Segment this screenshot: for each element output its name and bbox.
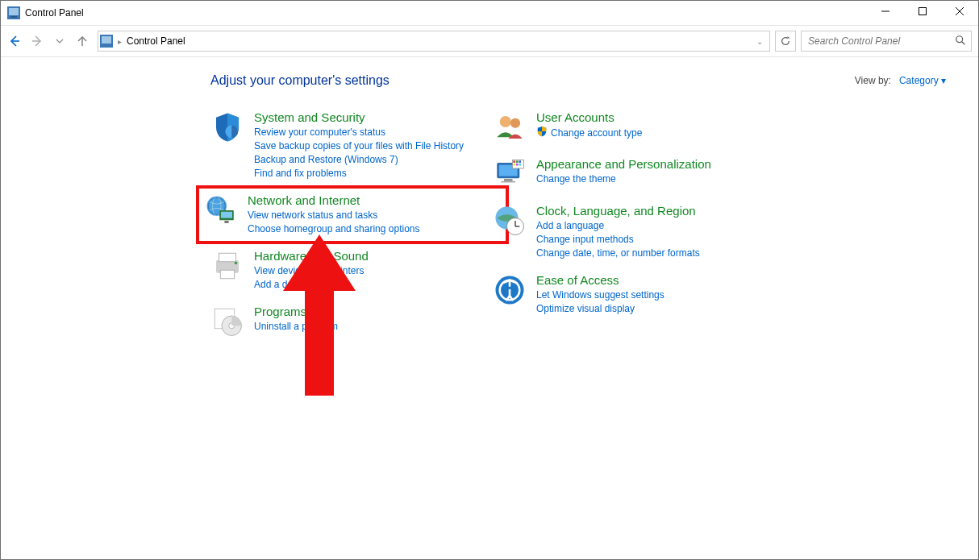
svg-point-28 [510, 118, 520, 128]
search-icon[interactable] [955, 35, 966, 48]
printer-icon [210, 249, 244, 283]
content-body: Adjust your computer's settings View by:… [1, 57, 978, 351]
category-link[interactable]: View network status and tasks [248, 209, 419, 222]
svg-rect-1 [9, 8, 19, 15]
minimize-button[interactable] [867, 0, 904, 23]
column-right: User Accounts Change account type Appear… [493, 110, 783, 351]
category-title[interactable]: System and Security [254, 110, 464, 124]
maximize-button[interactable] [904, 0, 941, 23]
category-title[interactable]: Hardware and Sound [254, 249, 369, 263]
category-title[interactable]: Appearance and Personalization [536, 157, 711, 171]
svg-rect-35 [516, 160, 519, 163]
window-buttons [867, 3, 978, 23]
category-network-highlighted: Network and Internet View network status… [196, 185, 509, 244]
svg-rect-34 [513, 160, 515, 163]
search-input[interactable] [806, 35, 955, 48]
category-hardware-sound: Hardware and Sound View devices and prin… [210, 249, 501, 292]
category-link[interactable]: Change account type [536, 126, 642, 141]
svg-rect-39 [519, 164, 521, 166]
category-link[interactable]: Change date, time, or number formats [536, 247, 700, 260]
svg-rect-32 [502, 181, 516, 183]
address-bar[interactable]: ▸ Control Panel ⌄ [98, 31, 770, 52]
up-button[interactable] [75, 34, 90, 48]
svg-rect-38 [516, 164, 519, 166]
category-link[interactable]: Backup and Restore (Windows 7) [254, 153, 464, 167]
forward-button[interactable] [30, 34, 44, 48]
control-panel-icon [7, 6, 20, 19]
svg-rect-18 [221, 212, 232, 218]
category-title[interactable]: Network and Internet [248, 193, 419, 207]
svg-point-12 [956, 35, 963, 42]
titlebar: Control Panel [1, 1, 978, 26]
category-link[interactable]: Add a device [254, 278, 369, 292]
category-link[interactable]: Find and fix problems [254, 167, 464, 180]
refresh-button[interactable] [775, 31, 796, 52]
category-link[interactable]: Choose homegroup and sharing options [248, 222, 419, 236]
category-columns: System and Security Review your computer… [1, 110, 978, 351]
shield-icon [210, 110, 244, 144]
category-clock-language: Clock, Language, and Region Add a langua… [493, 204, 783, 260]
category-title[interactable]: Clock, Language, and Region [536, 204, 700, 218]
page-title: Adjust your computer's settings [210, 73, 855, 88]
svg-point-23 [235, 262, 238, 265]
recent-dropdown-icon[interactable] [52, 34, 67, 48]
viewby-value: Category [899, 75, 939, 86]
category-ease-of-access: Ease of Access Let Windows suggest setti… [493, 273, 783, 316]
chevron-down-icon: ▾ [941, 75, 946, 86]
svg-point-27 [500, 116, 511, 127]
category-programs: Programs Uninstall a program [210, 305, 501, 338]
svg-rect-22 [220, 270, 235, 279]
breadcrumb-item[interactable]: Control Panel [127, 35, 185, 47]
svg-rect-11 [102, 36, 111, 44]
svg-rect-2 [10, 16, 17, 18]
svg-rect-37 [513, 164, 515, 166]
control-panel-window: Control Panel ▸ Control Panel ⌄ [0, 0, 979, 560]
nav-arrows [7, 34, 90, 48]
svg-rect-21 [219, 253, 236, 262]
globe-network-icon [204, 193, 238, 227]
category-link[interactable]: Change the theme [536, 172, 711, 186]
navbar: ▸ Control Panel ⌄ [1, 26, 978, 57]
users-icon [493, 110, 527, 144]
category-link[interactable]: Change input methods [536, 233, 700, 247]
disc-icon [210, 305, 244, 338]
back-button[interactable] [7, 34, 22, 48]
category-link[interactable]: Uninstall a program [254, 320, 338, 334]
page-header-row: Adjust your computer's settings View by:… [1, 73, 978, 88]
chevron-right-icon[interactable]: ▸ [118, 37, 122, 46]
category-link[interactable]: Save backup copies of your files with Fi… [254, 139, 464, 153]
ease-of-access-icon [493, 273, 527, 307]
clock-globe-icon [493, 204, 527, 238]
category-appearance: Appearance and Personalization Change th… [493, 157, 783, 191]
close-button[interactable] [941, 0, 978, 23]
category-title[interactable]: User Accounts [536, 110, 642, 124]
viewby-label: View by: [855, 75, 891, 86]
column-left: System and Security Review your computer… [210, 110, 501, 351]
category-link-text: Change account type [551, 127, 642, 140]
svg-rect-4 [919, 8, 927, 15]
chevron-down-icon[interactable]: ⌄ [756, 37, 763, 46]
svg-line-13 [962, 41, 965, 44]
category-user-accounts: User Accounts Change account type [493, 110, 783, 144]
svg-rect-31 [504, 179, 513, 181]
category-title[interactable]: Programs [254, 305, 338, 318]
category-title[interactable]: Ease of Access [536, 273, 664, 287]
uac-shield-icon [536, 126, 548, 141]
svg-rect-19 [224, 221, 228, 223]
category-link[interactable]: Let Windows suggest settings [536, 288, 664, 302]
category-link[interactable]: View devices and printers [254, 264, 369, 278]
category-link[interactable]: Review your computer's status [254, 126, 464, 139]
window-title: Control Panel [25, 7, 867, 19]
control-panel-addr-icon [100, 35, 113, 48]
monitor-palette-icon [493, 157, 527, 191]
category-system-security: System and Security Review your computer… [210, 110, 501, 180]
category-link[interactable]: Optimize visual display [536, 302, 664, 316]
category-link[interactable]: Add a language [536, 219, 700, 233]
search-box[interactable] [801, 31, 972, 52]
svg-rect-36 [519, 160, 521, 163]
viewby-dropdown[interactable]: Category ▾ [899, 75, 946, 86]
